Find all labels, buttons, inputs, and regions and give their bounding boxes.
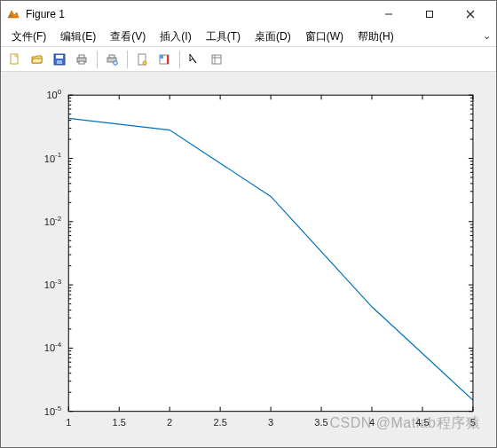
maximize-button[interactable]	[409, 1, 450, 28]
edit-plot-icon	[187, 52, 201, 67]
open-property-inspector-icon	[209, 52, 224, 67]
svg-text:4: 4	[369, 417, 375, 428]
axes[interactable]: 11.522.533.544.5510-510-410-310-210-1100	[6, 77, 491, 442]
save-button[interactable]	[49, 49, 70, 70]
menu-tools[interactable]: 工具(T)	[199, 28, 248, 46]
svg-text:3.5: 3.5	[314, 417, 327, 428]
menu-help[interactable]: 帮助(H)	[351, 28, 401, 46]
svg-rect-5	[57, 60, 62, 64]
new-figure-button[interactable]	[4, 49, 26, 70]
menu-view[interactable]: 查看(V)	[103, 28, 153, 46]
svg-rect-8	[79, 61, 84, 64]
save-icon	[52, 52, 67, 67]
menubar: 文件(F) 编辑(E) 查看(V) 插入(I) 工具(T) 桌面(D) 窗口(W…	[1, 28, 496, 47]
svg-rect-1	[427, 12, 433, 18]
link-data-icon	[135, 52, 149, 67]
svg-rect-17	[212, 55, 221, 64]
menu-edit[interactable]: 编辑(E)	[53, 28, 103, 46]
menu-window[interactable]: 窗口(W)	[298, 28, 351, 46]
menubar-overflow-icon[interactable]: ⌄	[483, 30, 491, 42]
menu-file[interactable]: 文件(F)	[4, 28, 53, 46]
colorbar-icon	[157, 52, 171, 67]
toolbar-separator	[179, 51, 180, 68]
svg-text:1: 1	[66, 417, 71, 428]
svg-rect-20	[68, 95, 473, 411]
link-data-button[interactable]	[131, 49, 153, 70]
print-preview-button[interactable]	[101, 49, 122, 70]
matlab-figure-icon	[6, 7, 20, 21]
svg-rect-7	[79, 55, 84, 58]
minimize-button[interactable]	[368, 1, 409, 28]
toolbar-separator	[97, 51, 98, 68]
property-inspector-button[interactable]	[206, 49, 227, 70]
menu-insert[interactable]: 插入(I)	[153, 28, 198, 46]
svg-rect-15	[167, 55, 169, 64]
svg-text:10-4: 10-4	[44, 341, 62, 353]
plot-area: 11.522.533.544.5510-510-410-310-210-1100…	[1, 72, 496, 447]
svg-text:2: 2	[167, 417, 172, 428]
svg-rect-4	[56, 55, 63, 59]
svg-point-11	[114, 60, 118, 65]
window-title: Figure 1	[26, 8, 65, 20]
svg-text:1.5: 1.5	[113, 417, 126, 428]
svg-text:10-1: 10-1	[44, 151, 62, 163]
svg-text:5: 5	[470, 417, 476, 428]
svg-text:2.5: 2.5	[213, 417, 226, 428]
print-button[interactable]	[71, 49, 92, 70]
close-button[interactable]	[450, 1, 491, 28]
svg-text:100: 100	[46, 88, 61, 100]
svg-text:10-5: 10-5	[44, 405, 62, 417]
svg-text:3: 3	[268, 417, 273, 428]
insert-colorbar-button[interactable]	[154, 49, 175, 70]
svg-point-13	[143, 61, 146, 65]
titlebar[interactable]: Figure 1	[1, 1, 496, 28]
toolbar	[1, 47, 496, 72]
svg-text:4.5: 4.5	[415, 417, 429, 428]
edit-plot-button[interactable]	[184, 49, 205, 70]
svg-text:10-3: 10-3	[44, 278, 62, 290]
new-figure-icon	[8, 52, 22, 67]
toolbar-separator	[127, 51, 128, 68]
svg-text:10-2: 10-2	[44, 215, 62, 227]
svg-rect-10	[109, 55, 114, 58]
svg-rect-16	[160, 55, 163, 59]
open-icon	[30, 52, 44, 67]
print-icon	[75, 52, 89, 67]
menu-desktop[interactable]: 桌面(D)	[248, 28, 298, 46]
figure-window: Figure 1 文件(F) 编辑(E) 查看(V) 插入(I) 工具(T) 桌…	[0, 0, 497, 448]
print-preview-icon	[105, 52, 119, 67]
open-button[interactable]	[27, 49, 48, 70]
